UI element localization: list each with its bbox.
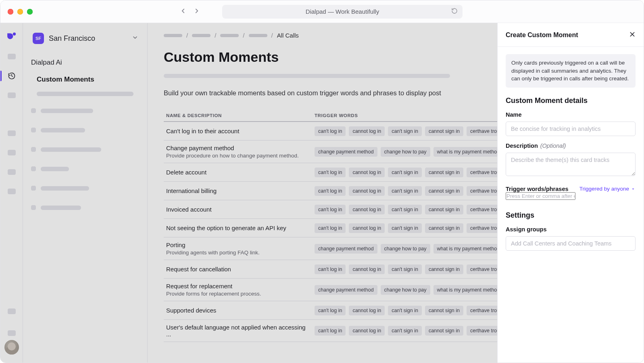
sidebar-placeholder	[41, 109, 93, 113]
window-close-button[interactable]	[8, 9, 13, 15]
trigger-word-tag: can't log in	[315, 205, 346, 214]
rail-placeholder-icon	[8, 92, 16, 98]
moment-name: Can't log in to their account	[166, 128, 309, 134]
window-controls	[8, 9, 33, 15]
caret-down-icon	[631, 187, 636, 191]
moment-name: International billing	[166, 187, 309, 194]
trigger-words-input[interactable]	[506, 192, 575, 200]
rail-history-tab[interactable]	[6, 71, 17, 81]
sidebar-placeholder	[37, 92, 133, 96]
app-logo-icon[interactable]	[6, 30, 17, 42]
org-badge: SF	[33, 33, 44, 44]
drawer-info-box: Only cards previously triggered on a cal…	[506, 54, 636, 88]
moment-name: Porting	[166, 241, 309, 248]
address-bar[interactable]: Dialpad — Work Beautifully	[222, 5, 463, 19]
trigger-word-tag: cannot sign in	[425, 205, 463, 214]
window-minimize-button[interactable]	[17, 9, 23, 15]
trigger-word-tag: can't sign in	[388, 264, 422, 274]
sidebar-placeholder	[31, 108, 36, 113]
trigger-word-tag: cannot sign in	[425, 306, 463, 315]
window-titlebar: Dialpad — Work Beautifully	[0, 0, 644, 23]
trigger-word-tag: cannot log in	[349, 223, 385, 233]
sidebar-section-title[interactable]: Dialpad Ai	[30, 59, 141, 67]
description-optional-hint: (Optional)	[540, 143, 566, 149]
description-textarea[interactable]	[506, 153, 636, 176]
moment-name: Not seeing the option to generate an API…	[166, 225, 309, 231]
description-field-label: Description	[506, 143, 538, 149]
sidebar-placeholder	[41, 128, 85, 132]
moment-name: Delete account	[166, 169, 309, 176]
trigger-word-tag: change payment method	[315, 147, 377, 157]
trigger-word-tag: cannot log in	[349, 168, 385, 177]
trigger-word-tag: cannot sign in	[425, 264, 463, 274]
triggered-by-dropdown[interactable]: Triggered by anyone	[579, 186, 636, 192]
breadcrumb-placeholder	[192, 34, 210, 37]
trigger-word-tag: change payment method	[315, 285, 377, 295]
sidebar-placeholder	[31, 166, 36, 171]
user-avatar[interactable]	[4, 340, 19, 355]
moment-name: Invoiced account	[166, 206, 309, 213]
trigger-word-tag: cannot log in	[349, 126, 385, 136]
column-header-name: NAME & DESCRIPTION	[166, 113, 315, 118]
trigger-word-tag: cannot log in	[349, 306, 385, 315]
moment-name: User's default language not applied when…	[166, 324, 309, 338]
rail-placeholder-icon	[8, 308, 16, 314]
trigger-word-tag: cannot sign in	[425, 126, 463, 136]
sidebar-placeholder	[31, 205, 36, 210]
breadcrumb-current: All Calls	[277, 32, 299, 39]
sidebar-placeholder	[31, 186, 36, 191]
moment-name: Request for cancellation	[166, 266, 309, 273]
drawer-close-button[interactable]	[629, 31, 636, 39]
drawer-title: Create Custom Moment	[506, 31, 578, 39]
trigger-word-tag: can't log in	[315, 186, 346, 196]
trigger-words-label: Trigger words/phrases	[506, 186, 569, 192]
moment-description: Providing agents with porting FAQ link.	[166, 250, 309, 256]
assign-groups-label: Assign groups	[506, 226, 636, 233]
trigger-word-tag: can't sign in	[388, 168, 422, 177]
rail-placeholder-icon	[8, 169, 16, 175]
moment-description: Provide procedure on how to change payme…	[166, 153, 309, 159]
triggered-by-label: Triggered by anyone	[579, 186, 629, 192]
trigger-word-tag: change how to pay	[381, 147, 430, 157]
breadcrumb-placeholder	[220, 34, 239, 37]
breadcrumb-placeholder	[164, 34, 182, 37]
trigger-word-tag: cannot sign in	[425, 223, 463, 233]
trigger-word-tag: cannot log in	[349, 264, 385, 274]
sidebar-placeholder	[31, 128, 36, 132]
drawer-section-settings: Settings	[506, 211, 636, 220]
nav-forward-button[interactable]	[193, 7, 200, 16]
sidebar-placeholder	[31, 147, 36, 152]
trigger-word-tag: what is my payment method	[434, 147, 504, 157]
nav-back-button[interactable]	[179, 7, 187, 16]
chevron-down-icon	[132, 34, 138, 42]
org-switcher[interactable]: SF San Francisco	[30, 30, 141, 46]
trigger-word-tag: can't log in	[315, 126, 346, 136]
drawer-section-details: Custom Moment details	[506, 97, 636, 105]
org-name: San Francisco	[49, 34, 95, 43]
rail-placeholder-icon	[8, 150, 16, 155]
name-input[interactable]	[506, 122, 636, 136]
rail-placeholder-icon	[8, 54, 16, 59]
trigger-word-tag: cannot log in	[349, 186, 385, 196]
window-maximize-button[interactable]	[27, 9, 33, 15]
reload-button[interactable]	[451, 8, 458, 15]
sidebar: SF San Francisco Dialpad Ai Custom Momen…	[23, 23, 148, 363]
trigger-word-tag: can't sign in	[388, 205, 422, 214]
trigger-word-tag: can't sign in	[388, 223, 422, 233]
trigger-word-tag: can't log in	[315, 168, 346, 177]
assign-groups-input[interactable]	[506, 236, 636, 251]
trigger-word-tag: cannot log in	[349, 205, 385, 214]
trigger-word-tag: cannot sign in	[425, 168, 463, 177]
moment-name: Supported devices	[166, 307, 309, 314]
sidebar-placeholder	[41, 186, 89, 191]
trigger-word-tag: can't sign in	[388, 326, 422, 336]
create-moment-drawer: Create Custom Moment Only cards previous…	[497, 23, 644, 363]
moment-name: Request for replacement	[166, 283, 309, 290]
trigger-word-tag: cannot sign in	[425, 186, 463, 196]
trigger-word-tag: can't sign in	[388, 306, 422, 315]
trigger-word-tag: change how to pay	[381, 285, 430, 295]
trigger-word-tag: can't log in	[315, 223, 346, 233]
sidebar-placeholder	[41, 206, 81, 210]
sidebar-item-custom-moments[interactable]: Custom Moments	[37, 76, 141, 84]
breadcrumb-placeholder	[249, 34, 267, 37]
